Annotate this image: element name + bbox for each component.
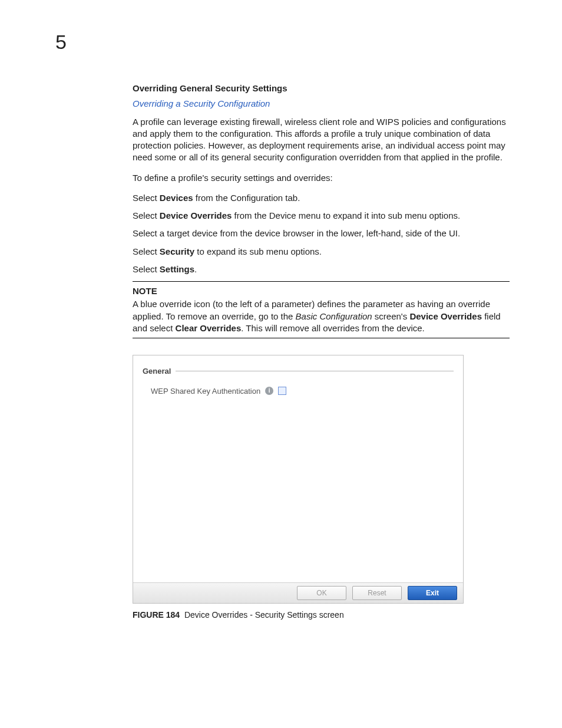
section-heading: Overriding General Security Settings <box>133 83 510 94</box>
wep-shared-key-checkbox[interactable] <box>278 387 286 395</box>
button-bar: OK Reset Exit <box>133 582 463 603</box>
step-2: Select Device Overrides from the Device … <box>133 210 510 222</box>
chapter-number: 5 <box>55 31 67 54</box>
exit-button[interactable]: Exit <box>408 586 457 600</box>
reset-button[interactable]: Reset <box>352 586 402 600</box>
fieldset-rule <box>176 371 454 372</box>
step-3: Select a target device from the device b… <box>133 228 510 239</box>
step-4: Select Security to expand its sub menu o… <box>133 246 510 258</box>
step-1: Select Devices from the Configuration ta… <box>133 192 510 204</box>
divider <box>133 281 510 282</box>
note-body: A blue override icon (to the left of a p… <box>133 298 510 334</box>
step-5: Select Settings. <box>133 263 510 275</box>
note-label: NOTE <box>133 285 510 297</box>
info-icon[interactable]: i <box>265 387 273 395</box>
fieldset-general-label: General <box>143 366 171 377</box>
divider <box>133 338 510 338</box>
intro-paragraph: A profile can leverage existing firewall… <box>133 116 510 164</box>
xref-link[interactable]: Overriding a Security Configuration <box>133 98 510 110</box>
settings-panel: General WEP Shared Key Authentication i … <box>133 355 464 604</box>
ok-button[interactable]: OK <box>297 586 346 600</box>
wep-shared-key-label: WEP Shared Key Authentication <box>151 386 260 397</box>
lead-in: To define a profile's security settings … <box>133 172 510 184</box>
figure-caption: FIGURE 184 Device Overrides - Security S… <box>133 610 510 621</box>
